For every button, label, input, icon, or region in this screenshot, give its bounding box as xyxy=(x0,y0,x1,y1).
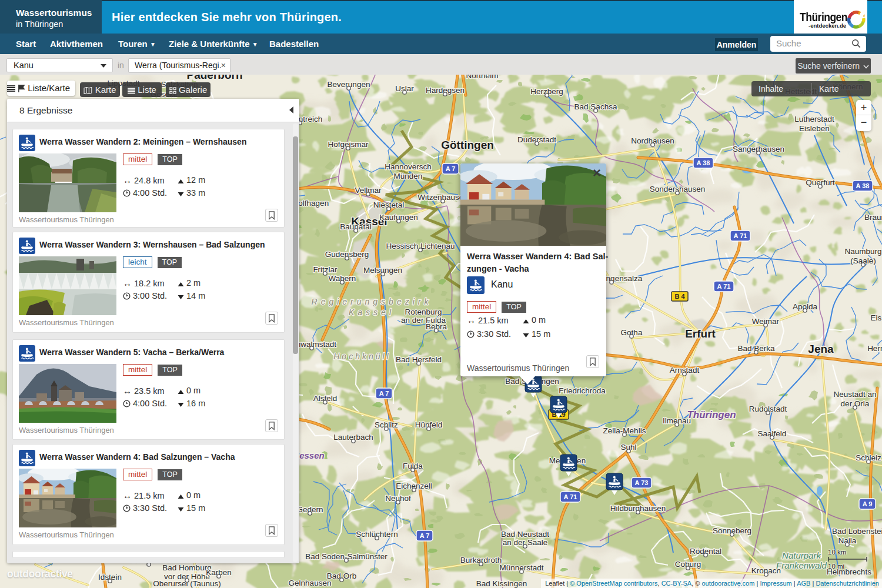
svg-text:Herms: Herms xyxy=(867,344,882,353)
svg-text:Bad Homburg: Bad Homburg xyxy=(162,563,211,572)
svg-text:Gelnhausen: Gelnhausen xyxy=(289,579,332,587)
svg-text:A 9: A 9 xyxy=(863,500,873,507)
svg-text:Naturpark: Naturpark xyxy=(782,550,821,560)
svg-text:Göttingen: Göttingen xyxy=(441,139,494,151)
svg-text:Braun: Braun xyxy=(864,213,882,222)
svg-text:Eis: Eis xyxy=(871,313,882,322)
svg-text:Hannoversch: Hannoversch xyxy=(385,162,432,171)
svg-text:Thüringen: Thüringen xyxy=(687,409,736,420)
svg-text:A 7: A 7 xyxy=(420,532,430,539)
svg-text:Northeim: Northeim xyxy=(466,75,499,80)
svg-text:Neustadt an: Neustadt an xyxy=(834,390,877,399)
svg-text:A 7: A 7 xyxy=(379,390,389,397)
svg-text:B 4: B 4 xyxy=(674,293,685,300)
svg-text:Regierungsbezirk: Regierungsbezirk xyxy=(312,297,432,306)
svg-text:Jena: Jena xyxy=(808,343,834,355)
svg-text:A 38: A 38 xyxy=(856,182,870,189)
svg-text:A 73: A 73 xyxy=(635,479,649,486)
svg-text:Bad Lobenstein: Bad Lobenstein xyxy=(832,527,882,536)
svg-text:A 71: A 71 xyxy=(717,283,731,290)
svg-text:Münden: Münden xyxy=(394,172,423,181)
svg-text:A 38: A 38 xyxy=(697,159,710,166)
svg-text:A 71: A 71 xyxy=(734,232,747,239)
svg-text:Rotenburg: Rotenburg xyxy=(405,308,442,316)
svg-text:Eisleben: Eisleben xyxy=(799,124,830,133)
svg-text:Friedrichroda: Friedrichroda xyxy=(559,386,606,395)
svg-text:an der Fulda: an der Fulda xyxy=(401,316,446,325)
svg-text:Erfurt: Erfurt xyxy=(685,328,716,340)
svg-text:Frankenwald: Frankenwald xyxy=(776,560,827,570)
svg-text:Hochknüll: Hochknüll xyxy=(333,352,390,361)
svg-text:Naumburg: Naumburg xyxy=(844,247,881,256)
svg-text:A 7: A 7 xyxy=(446,165,456,172)
svg-text:Bad Neustadt: Bad Neustadt xyxy=(501,530,549,539)
svg-text:A 71: A 71 xyxy=(564,493,577,500)
svg-text:Kassel: Kassel xyxy=(349,308,395,317)
svg-text:Bad Kissingen: Bad Kissingen xyxy=(476,579,527,588)
svg-text:Lutherstadt: Lutherstadt xyxy=(794,115,834,123)
